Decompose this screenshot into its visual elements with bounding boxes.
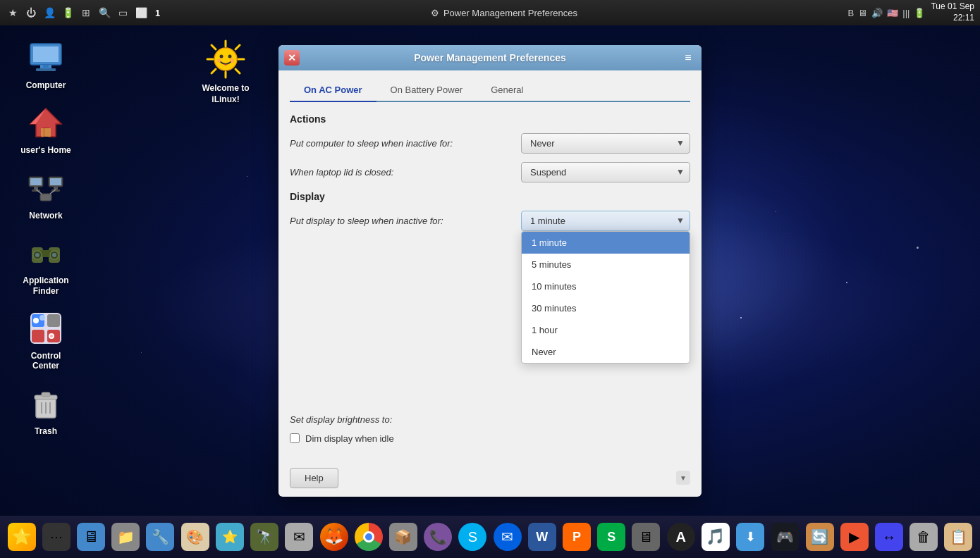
dock-item-dots[interactable]: ⋯ bbox=[40, 520, 72, 554]
dock-item-mail[interactable]: ✉ bbox=[283, 520, 315, 554]
dock-item-star[interactable]: ⭐ bbox=[6, 520, 37, 554]
dock-item-thunderbird[interactable]: ✉ bbox=[491, 520, 523, 554]
dock-star-icon: ⭐ bbox=[8, 523, 36, 551]
sleep-select-wrapper: Never 1 minute 5 minutes 10 minutes 30 m… bbox=[521, 133, 690, 154]
display-sleep-select[interactable]: 1 minute 5 minutes 10 minutes 30 minutes… bbox=[521, 211, 690, 231]
tab-battery-power[interactable]: On Battery Power bbox=[376, 79, 477, 102]
taskbar-center: ⚙ Power Management Preferences bbox=[160, 8, 847, 18]
flag-tray-icon[interactable]: 🇺🇸 bbox=[887, 8, 898, 18]
dock-item-timemachine[interactable]: 🔄 bbox=[804, 520, 835, 554]
dock-item-viber[interactable]: 📞 bbox=[422, 520, 454, 554]
window-icon[interactable]: ▭ bbox=[116, 6, 130, 20]
dropdown-item-5min[interactable]: 5 minutes bbox=[522, 254, 690, 275]
scroll-button[interactable]: ▼ bbox=[676, 471, 690, 485]
dock-files-icon: 📁 bbox=[111, 523, 140, 551]
sleep-select[interactable]: Never 1 minute 5 minutes 10 minutes 30 m… bbox=[521, 133, 690, 154]
dock-word-icon: W bbox=[528, 523, 556, 551]
window-title: Power Management Preferences bbox=[443, 8, 577, 18]
dock-item-files[interactable]: 📁 bbox=[110, 520, 142, 554]
dialog-menu-button[interactable]: ≡ bbox=[680, 50, 696, 66]
dock-item-screen[interactable]: 🖥 bbox=[630, 520, 662, 554]
dropdown-item-never[interactable]: Never bbox=[522, 341, 690, 363]
dock-item-settings[interactable]: 🔧 bbox=[145, 520, 176, 554]
star-icon[interactable]: ★ bbox=[6, 6, 20, 20]
dialog-body: On AC Power On Battery Power General Act… bbox=[278, 70, 702, 462]
lid-select[interactable]: Suspend Hibernate Lock Screen Nothing bbox=[521, 162, 690, 182]
dock-item-chrome[interactable] bbox=[353, 520, 384, 554]
dock-item-firefox[interactable]: 🦊 bbox=[318, 520, 350, 554]
bluetooth-tray-icon[interactable]: B bbox=[848, 8, 855, 18]
lid-select-wrapper: Suspend Hibernate Lock Screen Nothing ▼ bbox=[521, 162, 690, 182]
dock-item-palette[interactable]: 🎨 bbox=[179, 520, 211, 554]
dock-accessories-icon: A bbox=[667, 523, 695, 551]
dock-item-skype[interactable]: S bbox=[457, 520, 489, 554]
window-title-icon: ⚙ bbox=[431, 8, 439, 18]
dialog-titlebar: ✕ Power Management Preferences ≡ bbox=[278, 45, 702, 70]
dropdown-item-1hour[interactable]: 1 hour bbox=[522, 319, 690, 341]
dock-clipboard-icon: 📋 bbox=[944, 523, 972, 551]
grid-icon[interactable]: ⊞ bbox=[79, 6, 93, 20]
dock-item-squirrel[interactable]: 📦 bbox=[387, 520, 419, 554]
dock-thunderbird-icon: ✉ bbox=[494, 523, 522, 551]
dock-dots-icon: ⋯ bbox=[42, 523, 71, 551]
dim-row: Dim display when idle bbox=[290, 433, 690, 444]
dock-firefox-icon: 🦊 bbox=[320, 523, 348, 551]
dock-item-steam[interactable]: 🎮 bbox=[769, 520, 801, 554]
dropdown-item-1min[interactable]: 1 minute bbox=[522, 232, 690, 254]
dock-item-word[interactable]: W bbox=[526, 520, 558, 554]
power-icon[interactable]: ⏻ bbox=[24, 6, 38, 20]
taskbar-bottom: ⭐ ⋯ 🖥 📁 🔧 🎨 ⭐ 🔭 ✉ bbox=[0, 516, 980, 558]
dock-settings-icon: 🔧 bbox=[146, 523, 174, 551]
signal-tray-icon[interactable]: ||| bbox=[902, 8, 909, 18]
dim-label: Dim display when idle bbox=[305, 433, 394, 444]
actions-section-title: Actions bbox=[290, 113, 690, 125]
dock-monitor-icon: 🖥 bbox=[77, 523, 105, 551]
dock-timemachine-icon: 🔄 bbox=[806, 523, 834, 551]
tab-ac-power[interactable]: On AC Power bbox=[290, 79, 376, 102]
dim-checkbox[interactable] bbox=[290, 433, 300, 443]
dock-item-accessories[interactable]: A bbox=[665, 520, 697, 554]
dock-item-binoculars[interactable]: 🔭 bbox=[248, 520, 280, 554]
search-icon[interactable]: 🔍 bbox=[97, 6, 111, 20]
menu-icon: ≡ bbox=[685, 51, 691, 64]
lid-label: When laptop lid is closed: bbox=[290, 167, 513, 178]
dock-team-icon: ↔ bbox=[875, 523, 903, 551]
dock-viber-icon: 📞 bbox=[424, 523, 452, 551]
dock-chrome-icon bbox=[355, 523, 383, 551]
dock-binoculars-icon: 🔭 bbox=[250, 523, 278, 551]
dropdown-item-10min[interactable]: 10 minutes bbox=[522, 275, 690, 297]
taskbar-left-icons: ★ ⏻ 👤 🔋 ⊞ 🔍 ▭ ⬜ 1 bbox=[6, 6, 160, 20]
dock-item-trash-dock[interactable]: 🗑 bbox=[908, 520, 940, 554]
brightness-label: Set display brightness to: bbox=[290, 414, 690, 425]
dock-item-clipboard[interactable]: 📋 bbox=[943, 520, 974, 554]
battery-tray-icon[interactable]: 🔋 bbox=[914, 8, 925, 18]
volume-tray-icon[interactable]: 🔊 bbox=[871, 8, 883, 18]
dock-steam-icon: 🎮 bbox=[771, 523, 799, 551]
datetime-display: Tue 01 Sep 22:11 bbox=[931, 1, 974, 23]
dock-item-monitor[interactable]: 🖥 bbox=[75, 520, 106, 554]
dropdown-item-30min[interactable]: 30 minutes bbox=[522, 297, 690, 319]
dock-xfce-icon: ⭐ bbox=[216, 523, 244, 551]
dock-wps-icon: P bbox=[563, 523, 591, 551]
lid-row: When laptop lid is closed: Suspend Hiber… bbox=[290, 162, 690, 182]
help-button[interactable]: Help bbox=[290, 468, 338, 488]
workspace-number[interactable]: 1 bbox=[155, 8, 160, 18]
dock-item-wps[interactable]: P bbox=[561, 520, 592, 554]
dialog-footer: Help ▼ bbox=[278, 462, 702, 497]
dock-item-sheets[interactable]: S bbox=[596, 520, 627, 554]
display-tray-icon[interactable]: 🖥 bbox=[858, 8, 867, 18]
time-display: 22:11 bbox=[931, 13, 974, 24]
square-icon[interactable]: ⬜ bbox=[134, 6, 148, 20]
user-icon[interactable]: 👤 bbox=[42, 6, 56, 20]
dock-item-git[interactable]: ▶ bbox=[838, 520, 870, 554]
battery-icon[interactable]: 🔋 bbox=[61, 6, 75, 20]
power-management-dialog: ✕ Power Management Preferences ≡ On AC P… bbox=[278, 45, 702, 497]
brightness-row: Set display brightness to: bbox=[290, 414, 690, 425]
dialog-close-button[interactable]: ✕ bbox=[284, 50, 300, 66]
dock-item-xfce[interactable]: ⭐ bbox=[214, 520, 245, 554]
dock-item-qbittorrent[interactable]: ⬇ bbox=[735, 520, 766, 554]
tab-general[interactable]: General bbox=[477, 79, 537, 102]
dock-item-team[interactable]: ↔ bbox=[873, 520, 905, 554]
display-sleep-dropdown: 1 minute 5 minutes 10 minutes 30 minutes bbox=[521, 231, 690, 364]
dock-item-vlc[interactable]: 🎵 bbox=[699, 520, 731, 554]
